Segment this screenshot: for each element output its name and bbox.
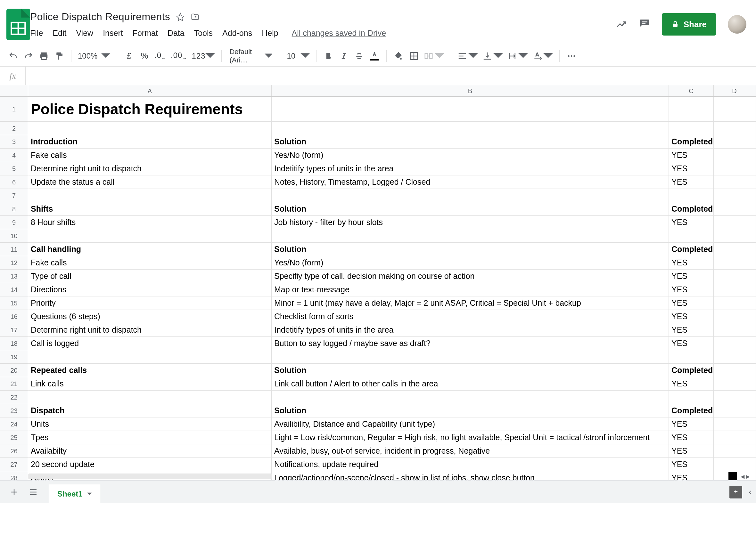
table-row[interactable]: Fake callsYes/No (form)YES	[28, 148, 756, 162]
table-row[interactable]: Police Dispatch Requirements	[28, 97, 756, 122]
row-header[interactable]: 3	[0, 135, 28, 148]
text-rotation-button[interactable]	[531, 49, 554, 63]
move-to-folder-icon[interactable]	[191, 13, 200, 21]
column-header-b[interactable]: B	[272, 85, 669, 96]
cell[interactable]	[272, 391, 669, 404]
cell[interactable]	[714, 337, 755, 350]
row-header[interactable]: 12	[0, 256, 28, 269]
table-row[interactable]: Link callsLink call button / Alert to ot…	[28, 377, 756, 391]
cell[interactable]: YES	[669, 458, 714, 471]
row-header[interactable]: 10	[0, 229, 28, 243]
paint-format-button[interactable]	[53, 49, 66, 63]
cell[interactable]	[714, 256, 755, 269]
table-row[interactable]: Type of callSpecifiy type of call, decis…	[28, 269, 756, 283]
cell[interactable]: Fake calls	[28, 256, 272, 269]
cell[interactable]: Yes/No (form)	[272, 256, 669, 269]
cell[interactable]: Indetitify types of units in the area	[272, 162, 669, 175]
bold-button[interactable]	[322, 49, 335, 63]
cell[interactable]	[714, 445, 755, 457]
zoom-dropdown[interactable]: 100%	[77, 49, 112, 63]
table-row[interactable]: Update the status a callNotes, History, …	[28, 175, 756, 189]
cell[interactable]: YES	[669, 269, 714, 283]
decrease-decimal-button[interactable]: .0←	[153, 49, 168, 63]
cell[interactable]	[714, 162, 755, 175]
cell[interactable]	[272, 350, 669, 363]
cell[interactable]	[28, 189, 272, 202]
row-header[interactable]: 2	[0, 122, 28, 135]
user-avatar[interactable]	[728, 15, 746, 34]
sheet-tab-active[interactable]: Sheet1	[49, 484, 100, 503]
number-format-dropdown[interactable]: 123	[190, 49, 216, 63]
cell[interactable]	[669, 189, 714, 202]
table-row[interactable]: 20 second updateNotifications, update re…	[28, 458, 756, 471]
scroll-arrows[interactable]: ◀ ▶	[741, 473, 750, 480]
comments-icon[interactable]	[639, 18, 650, 30]
row-header[interactable]: 15	[0, 296, 28, 310]
table-row[interactable]	[28, 350, 756, 364]
cell[interactable]: Availabilty	[28, 445, 272, 457]
row-header[interactable]: 5	[0, 162, 28, 175]
cell[interactable]	[714, 391, 755, 404]
row-header[interactable]: 17	[0, 323, 28, 337]
table-row[interactable]: IntroductionSolutionCompleted	[28, 135, 756, 148]
row-header[interactable]: 11	[0, 243, 28, 256]
cell[interactable]: Repeated calls	[28, 364, 272, 377]
row-header[interactable]: 4	[0, 148, 28, 162]
cell[interactable]	[714, 364, 755, 377]
menu-addons[interactable]: Add-ons	[222, 29, 252, 38]
cell[interactable]	[714, 323, 755, 337]
cell[interactable]: Button to say logged / maybe save as dra…	[272, 337, 669, 350]
cell[interactable]: Tpes	[28, 431, 272, 444]
trend-icon[interactable]	[616, 18, 627, 30]
cell[interactable]: Light = Low risk/common, Regular = High …	[272, 431, 669, 444]
cell[interactable]: YES	[669, 310, 714, 323]
increase-decimal-button[interactable]: .00→	[170, 49, 188, 63]
cell[interactable]	[714, 377, 755, 390]
sheets-app-icon[interactable]	[6, 8, 30, 40]
text-wrap-button[interactable]	[506, 49, 529, 63]
cell[interactable]: Solution	[272, 364, 669, 377]
cell[interactable]: Notes, History, Timestamp, Logged / Clos…	[272, 175, 669, 189]
cell[interactable]	[714, 229, 755, 242]
table-row[interactable]: Repeated callsSolutionCompleted	[28, 364, 756, 377]
cell[interactable]	[714, 122, 755, 135]
cell[interactable]	[714, 97, 755, 121]
cell[interactable]: Call handling	[28, 243, 272, 256]
cell[interactable]: Priority	[28, 296, 272, 310]
horizontal-align-button[interactable]	[456, 49, 479, 63]
table-row[interactable]: UnitsAvailibility, Distance and Capabili…	[28, 418, 756, 431]
table-row[interactable]	[28, 391, 756, 404]
cell[interactable]: Notifications, update required	[272, 458, 669, 471]
add-sheet-button[interactable]	[5, 482, 24, 502]
cell[interactable]: Minor = 1 unit (may have a delay, Major …	[272, 296, 669, 310]
table-row[interactable]: Questions (6 steps)Checklist form of sor…	[28, 310, 756, 323]
table-row[interactable]: Call handlingSolutionCompleted	[28, 243, 756, 256]
menu-insert[interactable]: Insert	[103, 29, 123, 38]
text-color-button[interactable]	[368, 49, 381, 63]
cell[interactable]	[669, 229, 714, 242]
cell[interactable]: YES	[669, 162, 714, 175]
cell[interactable]	[28, 391, 272, 404]
spreadsheet-grid[interactable]: A B C D 12345678910111213141516171819202…	[0, 85, 756, 503]
save-status[interactable]: All changes saved in Drive	[292, 29, 386, 38]
cell[interactable]	[714, 404, 755, 417]
cell[interactable]	[272, 229, 669, 242]
table-row[interactable]: ShiftsSolutionCompleted	[28, 202, 756, 216]
menu-file[interactable]: File	[30, 29, 43, 38]
cell[interactable]	[714, 202, 755, 216]
cell[interactable]: YES	[669, 283, 714, 296]
cell[interactable]: Call is logged	[28, 337, 272, 350]
cell[interactable]	[669, 97, 714, 121]
cell[interactable]	[669, 391, 714, 404]
formula-input[interactable]	[26, 66, 756, 85]
cell[interactable]	[28, 122, 272, 135]
cell[interactable]: Fake calls	[28, 148, 272, 162]
print-button[interactable]	[37, 49, 51, 63]
table-row[interactable]: DirectionsMap or text-messageYES	[28, 283, 756, 296]
row-header[interactable]: 26	[0, 445, 28, 458]
cell[interactable]: Solution	[272, 135, 669, 148]
cell[interactable]	[714, 175, 755, 189]
cell[interactable]	[669, 122, 714, 135]
row-header[interactable]: 22	[0, 391, 28, 404]
table-row[interactable]	[28, 189, 756, 202]
